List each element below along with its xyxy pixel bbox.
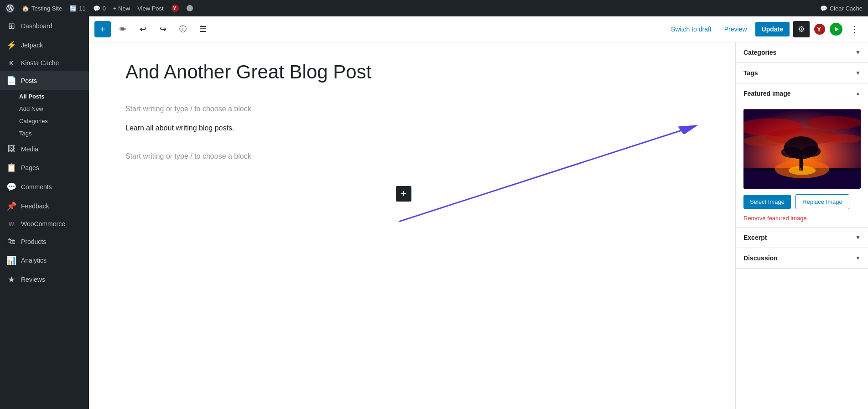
featured-image-content: Select Image Replace Image Remove featur…: [736, 104, 868, 227]
clear-cache-icon[interactable]: 💬 Clear Cache: [820, 5, 863, 12]
featured-image-thumbnail[interactable]: [743, 109, 861, 189]
svg-text:Y: Y: [817, 26, 821, 33]
svg-point-12: [807, 116, 861, 129]
editor-main[interactable]: And Another Great Blog Post Start writin…: [89, 42, 736, 409]
right-panel: Categories ▼ Tags ▼ Featured image ▲: [736, 42, 868, 409]
sidebar-label-dashboard: Dashboard: [21, 22, 52, 30]
switch-to-draft-button[interactable]: Switch to draft: [666, 23, 716, 36]
home-icon: 🏠: [22, 5, 29, 12]
admin-bar: W 🏠 Testing Site 🔄 11 💬 0 + New View Pos…: [0, 0, 868, 16]
post-title[interactable]: And Another Great Blog Post: [125, 61, 699, 91]
sidebar-item-products[interactable]: 🛍 Products: [0, 232, 89, 251]
new-label: + New: [113, 5, 130, 12]
block-placeholder-1[interactable]: Start writing or type / to choose a bloc…: [125, 100, 699, 118]
feedback-icon: 📌: [6, 201, 16, 211]
analytics-icon: 📊: [6, 255, 16, 265]
list-view-button[interactable]: ☰: [195, 21, 211, 37]
svg-text:W: W: [8, 6, 13, 11]
view-post-label: View Post: [137, 5, 164, 12]
inline-add-block-button[interactable]: +: [396, 186, 411, 202]
sidebar-item-jetpack[interactable]: ⚡ Jetpack: [0, 36, 89, 55]
sidebar-label-feedback: Feedback: [21, 202, 49, 210]
sidebar-item-posts[interactable]: 📄 Posts: [0, 71, 89, 90]
performance-icon[interactable]: [830, 23, 842, 36]
yoast-toolbar-icon[interactable]: Y: [813, 23, 826, 36]
yoast-icon[interactable]: Y: [171, 4, 179, 12]
settings-button[interactable]: ⚙: [793, 21, 810, 37]
panel-featured-image-header[interactable]: Featured image ▲: [736, 83, 868, 104]
svg-text:Y: Y: [173, 5, 177, 11]
block-content-1[interactable]: Learn all about writing blog posts.: [125, 118, 699, 139]
chat-icon: 💬: [820, 5, 827, 12]
svg-point-23: [802, 146, 821, 157]
svg-rect-25: [801, 165, 803, 170]
sidebar-item-kinsta[interactable]: K Kinsta Cache: [0, 55, 89, 71]
kinsta-icon: K: [6, 60, 16, 67]
sidebar-label-reviews: Reviews: [21, 276, 45, 283]
panel-excerpt-header[interactable]: Excerpt ▼: [736, 228, 868, 248]
discussion-label: Discussion: [743, 254, 778, 262]
posts-icon: 📄: [6, 76, 16, 86]
sidebar: ⊞ Dashboard ⚡ Jetpack K Kinsta Cache 📄 P…: [0, 16, 89, 409]
tags-chevron: ▼: [855, 70, 861, 76]
main-layout: ⊞ Dashboard ⚡ Jetpack K Kinsta Cache 📄 P…: [0, 16, 868, 409]
panel-categories: Categories ▼: [736, 42, 868, 63]
comments-icon: 💬: [93, 5, 100, 12]
featured-image-label: Featured image: [743, 90, 790, 97]
admin-bar-new[interactable]: + New: [113, 5, 130, 12]
admin-bar-circle[interactable]: [187, 5, 193, 11]
panel-tags-header[interactable]: Tags ▼: [736, 63, 868, 83]
sidebar-item-media[interactable]: 🖼 Media: [0, 140, 89, 158]
panel-discussion-header[interactable]: Discussion ▼: [736, 248, 868, 268]
dashboard-icon: ⊞: [6, 21, 16, 31]
excerpt-chevron: ▼: [855, 234, 861, 241]
sidebar-sub-all-posts[interactable]: All Posts: [19, 90, 89, 103]
admin-bar-comments[interactable]: 💬 0: [93, 5, 106, 12]
svg-point-15: [825, 134, 861, 143]
sidebar-item-pages[interactable]: 📋 Pages: [0, 158, 89, 177]
sidebar-item-woocommerce[interactable]: W WooCommerce: [0, 216, 89, 232]
jetpack-icon: ⚡: [6, 40, 16, 50]
sidebar-item-feedback[interactable]: 📌 Feedback: [0, 197, 89, 216]
block-placeholder-2[interactable]: Start writing or type / to choose a bloc…: [125, 148, 699, 165]
arrow-overlay: [89, 42, 735, 409]
updates-icon: 🔄: [69, 5, 77, 12]
sidebar-label-analytics: Analytics: [21, 257, 47, 264]
info-button[interactable]: ⓘ: [175, 21, 191, 37]
select-image-button[interactable]: Select Image: [743, 195, 791, 209]
admin-bar-updates[interactable]: 🔄 11: [69, 5, 85, 12]
sidebar-item-comments[interactable]: 💬 Comments: [0, 177, 89, 197]
edit-mode-button[interactable]: ✏: [114, 21, 131, 37]
svg-line-9: [399, 125, 696, 221]
sidebar-item-dashboard[interactable]: ⊞ Dashboard: [0, 16, 89, 36]
wp-logo-icon[interactable]: W: [5, 4, 15, 13]
site-name: Testing Site: [31, 5, 62, 12]
sidebar-sub-tags[interactable]: Tags: [19, 127, 89, 140]
editor-wrap: + ✏ ↩ ↪ ⓘ ☰ Switch to draft Preview Upda…: [89, 16, 868, 409]
sidebar-sub-add-new[interactable]: Add New: [19, 103, 89, 115]
redo-button[interactable]: ↪: [155, 21, 171, 37]
admin-bar-view-post[interactable]: View Post: [137, 5, 164, 12]
more-options-button[interactable]: ⋮: [846, 21, 863, 37]
sidebar-label-kinsta: Kinsta Cache: [21, 59, 59, 67]
admin-bar-site[interactable]: 🏠 Testing Site: [22, 5, 62, 12]
remove-featured-image-link[interactable]: Remove featured image: [743, 215, 807, 222]
featured-image-actions: Select Image Replace Image Remove featur…: [743, 194, 861, 222]
panel-categories-header[interactable]: Categories ▼: [736, 42, 868, 62]
add-block-button[interactable]: +: [94, 21, 111, 37]
sidebar-sub-categories[interactable]: Categories: [19, 115, 89, 127]
update-button[interactable]: Update: [755, 22, 790, 36]
sidebar-item-analytics[interactable]: 📊 Analytics: [0, 251, 89, 270]
featured-image-chevron: ▲: [855, 90, 861, 97]
replace-image-button[interactable]: Replace Image: [795, 194, 849, 209]
preview-button[interactable]: Preview: [720, 23, 752, 36]
panel-tags: Tags ▼: [736, 63, 868, 83]
undo-button[interactable]: ↩: [135, 21, 151, 37]
sidebar-item-reviews[interactable]: ★ Reviews: [0, 270, 89, 289]
svg-rect-27: [797, 172, 807, 173]
panel-excerpt: Excerpt ▼: [736, 228, 868, 248]
admin-bar-right: 💬 Clear Cache: [820, 5, 863, 12]
reviews-icon: ★: [6, 274, 16, 285]
sidebar-label-pages: Pages: [21, 164, 39, 171]
categories-chevron: ▼: [855, 49, 861, 56]
